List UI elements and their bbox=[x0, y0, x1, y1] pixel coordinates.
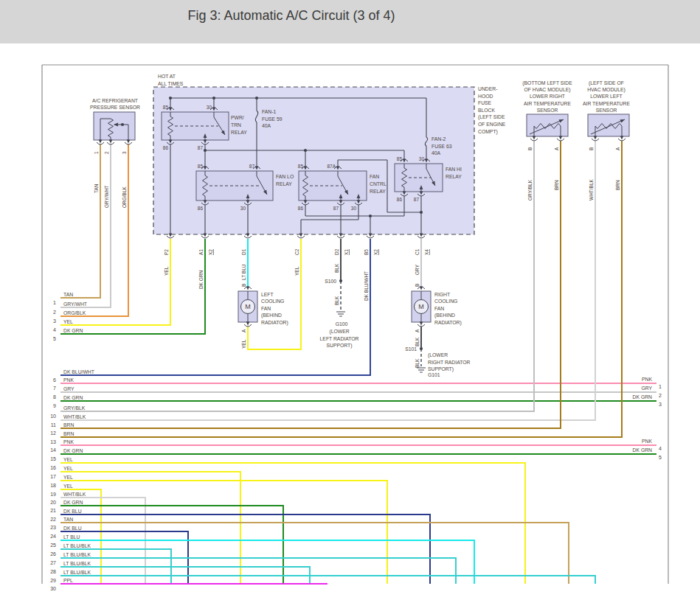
svg-text:X1: X1 bbox=[344, 249, 349, 255]
svg-text:DK GRN: DK GRN bbox=[198, 270, 204, 289]
ground-leads bbox=[341, 281, 421, 366]
svg-text:86: 86 bbox=[198, 206, 204, 211]
svg-text:S101: S101 bbox=[405, 346, 417, 352]
svg-text:12: 12 bbox=[50, 430, 56, 436]
svg-text:DK GRN: DK GRN bbox=[633, 447, 653, 453]
svg-text:RADIATOR): RADIATOR) bbox=[434, 320, 462, 326]
svg-text:X4: X4 bbox=[424, 249, 429, 255]
svg-text:30: 30 bbox=[419, 156, 425, 161]
svg-text:RADIATOR): RADIATOR) bbox=[261, 320, 288, 326]
svg-text:SENSOR: SENSOR bbox=[537, 108, 558, 113]
svg-text:DK GRN: DK GRN bbox=[63, 395, 83, 400]
svg-text:SUPPORT): SUPPORT) bbox=[327, 343, 353, 349]
wire-row-7: PNK1PNK7 bbox=[53, 377, 662, 391]
svg-text:85: 85 bbox=[163, 105, 169, 110]
svg-text:PNK: PNK bbox=[642, 377, 652, 382]
svg-text:(LEFT SIDE: (LEFT SIDE bbox=[478, 114, 505, 120]
svg-text:COMPT): COMPT) bbox=[478, 129, 498, 135]
svg-text:A: A bbox=[241, 329, 246, 332]
svg-text:30: 30 bbox=[50, 586, 56, 591]
svg-text:P2: P2 bbox=[164, 249, 169, 255]
svg-text:87: 87 bbox=[249, 164, 255, 169]
svg-text:LT BLU: LT BLU bbox=[241, 264, 246, 280]
svg-text:YEL: YEL bbox=[164, 266, 169, 276]
svg-text:BLOCK: BLOCK bbox=[478, 108, 496, 113]
svg-text:ORG/BLK: ORG/BLK bbox=[122, 186, 127, 208]
wire-row-2: GRY/WHT2 bbox=[53, 144, 111, 315]
svg-text:2: 2 bbox=[659, 393, 662, 398]
svg-text:X2: X2 bbox=[208, 249, 213, 255]
svg-text:HOOD: HOOD bbox=[478, 94, 493, 99]
svg-text:DK GRN: DK GRN bbox=[63, 328, 83, 333]
svg-text:40A: 40A bbox=[262, 123, 271, 128]
svg-text:(BEHIND: (BEHIND bbox=[434, 313, 455, 318]
svg-text:RELAY: RELAY bbox=[231, 130, 247, 135]
wire-row-3: ORG/BLK3 bbox=[53, 144, 128, 324]
svg-text:25: 25 bbox=[50, 543, 56, 548]
svg-text:DK BLU: DK BLU bbox=[63, 509, 82, 514]
svg-text:29: 29 bbox=[50, 578, 56, 583]
svg-text:RIGHT RADIATOR: RIGHT RADIATOR bbox=[428, 360, 470, 365]
svg-text:7: 7 bbox=[53, 386, 56, 391]
svg-text:(LOWER: (LOWER bbox=[329, 329, 349, 335]
svg-text:86: 86 bbox=[397, 197, 403, 202]
wire-row-27: LT BLU/BLK27 bbox=[50, 552, 456, 585]
svg-text:17: 17 bbox=[50, 474, 56, 479]
svg-text:16: 16 bbox=[50, 465, 56, 470]
svg-text:LOWER LEFT: LOWER LEFT bbox=[590, 94, 622, 99]
svg-text:B: B bbox=[589, 147, 594, 150]
wire-row-8: GRY2GRY8 bbox=[53, 386, 662, 400]
svg-text:1: 1 bbox=[94, 151, 99, 154]
svg-text:1: 1 bbox=[53, 300, 56, 305]
svg-text:DK BLU: DK BLU bbox=[63, 526, 82, 531]
svg-text:DK BLU/WHT: DK BLU/WHT bbox=[364, 271, 369, 301]
svg-text:18: 18 bbox=[50, 483, 56, 488]
svg-text:LT BLU/BLK: LT BLU/BLK bbox=[63, 570, 91, 575]
svg-text:YEL: YEL bbox=[294, 266, 299, 276]
svg-text:1: 1 bbox=[659, 384, 662, 389]
svg-text:24: 24 bbox=[50, 534, 56, 539]
svg-text:RELAY: RELAY bbox=[446, 174, 462, 179]
svg-text:DK BLU/WHT: DK BLU/WHT bbox=[63, 369, 94, 374]
svg-text:M: M bbox=[418, 303, 424, 310]
svg-text:(BEHIND: (BEHIND bbox=[261, 313, 282, 318]
svg-text:BRN: BRN bbox=[63, 422, 74, 428]
svg-text:A/C REFRIGERANT: A/C REFRIGERANT bbox=[92, 98, 138, 103]
left-cooling-fan: MLEFTCOOLINGFAN(BEHINDRADIATOR) bbox=[238, 287, 288, 327]
svg-text:30: 30 bbox=[240, 206, 246, 211]
svg-text:C1: C1 bbox=[415, 248, 420, 255]
svg-text:GRY/BLK: GRY/BLK bbox=[527, 179, 533, 200]
svg-text:LEFT: LEFT bbox=[261, 292, 274, 297]
svg-text:15: 15 bbox=[50, 456, 56, 461]
svg-text:PPL: PPL bbox=[63, 578, 73, 583]
right-cooling-fan: MRIGHTCOOLINGFAN(BEHINDRADIATOR) bbox=[412, 287, 462, 327]
svg-text:BLK: BLK bbox=[334, 296, 339, 305]
svg-text:FAN: FAN bbox=[261, 306, 271, 311]
svg-text:(BOTTOM LEFT SIDE: (BOTTOM LEFT SIDE bbox=[522, 80, 572, 86]
svg-text:TRN: TRN bbox=[231, 122, 241, 128]
svg-text:D1: D1 bbox=[241, 248, 246, 255]
wire-row-9: DK GRN3DK GRN9 bbox=[53, 394, 662, 408]
svg-text:YEL: YEL bbox=[63, 457, 73, 462]
svg-text:(LOWER: (LOWER bbox=[428, 352, 448, 358]
svg-text:LT BLU/BLK: LT BLU/BLK bbox=[63, 543, 91, 548]
svg-text:LT BLU: LT BLU bbox=[63, 534, 80, 540]
svg-text:87: 87 bbox=[414, 197, 420, 202]
sensor-lower-left-air-temperature-sensor: (LEFT SIDE OFHVAC MODULE)LOWER LEFTAIR T… bbox=[583, 80, 630, 141]
svg-text:87: 87 bbox=[198, 145, 204, 150]
svg-text:OF HVAC MODULE): OF HVAC MODULE) bbox=[524, 87, 571, 93]
svg-text:AIR TEMPERATURE: AIR TEMPERATURE bbox=[524, 101, 571, 106]
svg-text:A: A bbox=[615, 147, 620, 150]
svg-text:3: 3 bbox=[53, 318, 56, 324]
svg-text:HVAC MODULE): HVAC MODULE) bbox=[587, 87, 626, 93]
svg-text:C2: C2 bbox=[294, 248, 299, 255]
svg-text:27: 27 bbox=[50, 560, 56, 565]
svg-text:DK GRN: DK GRN bbox=[63, 500, 83, 505]
svg-text:YEL: YEL bbox=[241, 339, 246, 349]
svg-text:CNTRL: CNTRL bbox=[370, 181, 387, 186]
svg-text:13: 13 bbox=[50, 439, 56, 444]
svg-text:(LEFT SIDE OF: (LEFT SIDE OF bbox=[589, 80, 624, 86]
svg-text:RIGHT: RIGHT bbox=[434, 292, 450, 297]
svg-text:86: 86 bbox=[298, 206, 304, 211]
svg-text:D2: D2 bbox=[334, 248, 339, 255]
